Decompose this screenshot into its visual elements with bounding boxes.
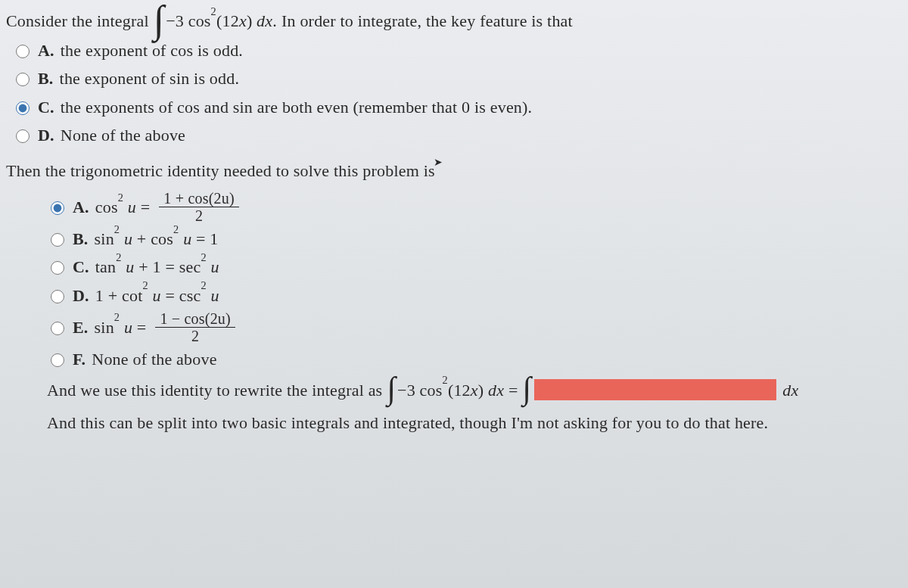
q1-label-d: D. [38,122,54,148]
integrand: −3 cos2(12x) dx. [166,8,277,34]
q2-den-a: 2 [191,207,207,224]
q2-frac-a: 1 + cos(2u) 2 [159,190,238,224]
q2-choice-a[interactable]: A. cos2 u = 1 + cos(2u) 2 [47,190,897,224]
q2-lhs-e: sin2 u = [95,314,147,341]
q2-num-a: 1 + cos(2u) [159,190,238,207]
q2-intro: Then the trigonometric identity needed t… [6,157,897,184]
q2-label-e: E. [73,314,89,341]
q1-radio-c[interactable] [16,101,30,115]
answer-blank-input[interactable] [534,379,776,400]
integral-display: ∫ −3 cos2(12x) dx. [154,8,277,34]
q2-text-f: None of the above [92,346,216,372]
q2-label-f: F. [73,346,86,372]
q2-text-b: sin2 u + cos2 u = 1 [95,226,219,252]
q2-label-b: B. [73,226,89,252]
q2-radio-a[interactable] [51,201,64,215]
q2-label-d: D. [73,282,89,309]
rewrite-integral-lhs: ∫ −3 cos2(12x) dx = [387,377,518,403]
q1-label-c: C. [38,94,54,120]
intro-line: Consider the integral ∫ −3 cos2(12x) dx.… [6,8,897,34]
q2-label-c: C. [73,254,89,280]
rewrite-dx: dx [782,377,798,403]
q2-frac-e: 1 − cos(2u) 2 [155,310,235,344]
q1-label-b: B. [38,65,54,92]
q2-choice-group: A. cos2 u = 1 + cos(2u) 2 B. sin2 u + co… [6,190,897,436]
q2-radio-f[interactable] [51,353,64,367]
q1-radio-d[interactable] [16,129,30,143]
rewrite-integral-rhs: ∫ dx [523,377,799,403]
q2-radio-d[interactable] [51,290,64,303]
q2-choice-e[interactable]: E. sin2 u = 1 − cos(2u) 2 [47,310,897,344]
intro-prefix: Consider the integral [6,8,149,34]
q2-choice-b[interactable]: B. sin2 u + cos2 u = 1 [47,226,897,252]
q2-radio-b[interactable] [51,233,64,247]
rewrite-line: And we use this identity to rewrite the … [47,377,897,403]
q1-label-a: A. [38,37,54,64]
q1-text-a: the exponent of cos is odd. [61,37,243,64]
q1-text-c: the exponents of cos and sin are both ev… [61,94,532,120]
q1-text-b: the exponent of sin is odd. [60,65,240,92]
quiz-page: Consider the integral ∫ −3 cos2(12x) dx.… [0,0,908,588]
q1-choice-d[interactable]: D. None of the above [12,122,897,148]
q1-choice-a[interactable]: A. the exponent of cos is odd. [12,37,897,64]
q1-text-d: None of the above [61,122,185,148]
q2-radio-e[interactable] [51,322,64,335]
rewrite-prefix: And we use this identity to rewrite the … [47,377,382,403]
cursor-icon: ➤ [434,154,443,171]
q2-text-c: tan2 u + 1 = sec2 u [95,254,219,280]
q1-radio-b[interactable] [16,73,30,86]
q2-choice-c[interactable]: C. tan2 u + 1 = sec2 u [47,254,897,280]
q2-label-a: A. [73,194,89,220]
q2-den-e: 2 [187,328,204,344]
q2-radio-c[interactable] [51,261,64,275]
rewrite-integrand: −3 cos2(12x) dx = [397,377,518,403]
q2-lhs-a: cos2 u = [95,194,151,220]
intro-suffix: In order to integrate, the key feature i… [281,8,573,34]
q1-choice-b[interactable]: B. the exponent of sin is odd. [12,65,897,92]
final-line: And this can be split into two basic int… [47,409,897,436]
q2-choice-d[interactable]: D. 1 + cot2 u = csc2 u [47,282,897,309]
q2-text-d: 1 + cot2 u = csc2 u [95,282,219,309]
q2-intro-text: Then the trigonometric identity needed t… [6,161,435,180]
q1-radio-a[interactable] [16,45,30,58]
q2-choice-f[interactable]: F. None of the above [47,346,897,372]
q1-choice-c[interactable]: C. the exponents of cos and sin are both… [12,94,897,120]
q2-num-e: 1 − cos(2u) [155,310,235,328]
